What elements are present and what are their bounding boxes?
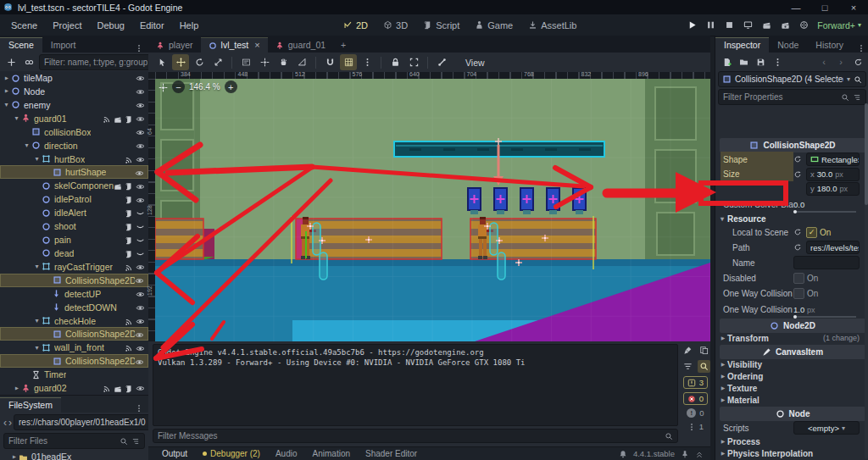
tree-row-guard01[interactable]: ▾guard01 <box>0 112 148 125</box>
inspector-row-visibility[interactable]: ▾Visibility <box>717 358 863 370</box>
expand-arrow[interactable]: ▾ <box>22 141 31 149</box>
visibility-toggle[interactable] <box>136 315 145 326</box>
tree-row-detectDOWN[interactable]: detectDOWN <box>0 301 148 314</box>
tree-row-CollisionShape2D[interactable]: CollisionShape2D <box>0 274 148 287</box>
signal-badge[interactable] <box>125 153 133 163</box>
visibility-toggle[interactable] <box>136 86 145 97</box>
menu-scene[interactable]: Scene <box>3 20 45 30</box>
inspector-row-transform[interactable]: ▾Transform(1 change) <box>717 332 863 344</box>
visibility-toggle[interactable] <box>136 288 145 299</box>
inspector-row-disabled[interactable]: DisabledOn <box>717 270 863 285</box>
tree-row-tileMap[interactable]: ▾tileMap <box>0 71 148 85</box>
inspector-row-vec[interactable]: y180.0px <box>717 181 863 196</box>
text-field[interactable]: res://levels/test/lvl_tes <box>806 241 860 254</box>
minimize-button[interactable]: — <box>782 0 810 14</box>
tree-row-checkHole[interactable]: ▾checkHole <box>0 314 148 328</box>
revert-button[interactable] <box>793 154 804 164</box>
tree-row-direction[interactable]: ▾direction <box>0 139 148 152</box>
inspector-row-custom-solver-bias[interactable]: Custom Solver Bias0.0 <box>717 196 863 213</box>
tree-row-rayCastTrigger[interactable]: ▾rayCastTrigger <box>0 260 148 274</box>
visibility-toggle[interactable] <box>136 126 145 137</box>
inspector-row-one-way-collision-marg[interactable]: One Way Collision Marg1.0 px <box>717 301 863 318</box>
inspector-row-texture[interactable]: ▾Texture <box>717 382 863 394</box>
menu-help[interactable]: Help <box>172 20 207 30</box>
pin-bottom-panel-button[interactable] <box>681 449 689 458</box>
tab-node[interactable]: Node <box>769 38 807 53</box>
tree-row-Timer[interactable]: Timer <box>0 368 148 381</box>
visibility-toggle[interactable] <box>135 167 144 178</box>
copy-output-button[interactable] <box>698 344 710 357</box>
tree-row-pain[interactable]: pain <box>0 233 148 247</box>
close-button[interactable]: × <box>839 0 868 14</box>
visibility-toggle[interactable] <box>136 342 145 353</box>
add-node-button[interactable] <box>3 54 19 69</box>
signal-badge[interactable] <box>103 383 111 393</box>
shape-resource-dropdown[interactable]: RectangleShap▾ <box>806 152 860 166</box>
expand-arrow[interactable]: ▾ <box>32 317 42 324</box>
visibility-toggle[interactable] <box>136 73 145 84</box>
tab-inspector[interactable]: Inspector <box>715 37 769 53</box>
script-badge[interactable] <box>125 248 133 258</box>
visibility-toggle-off[interactable] <box>136 248 145 259</box>
folder-expand-arrow[interactable]: ▾ <box>10 455 18 458</box>
checkbox[interactable]: ✓ <box>806 227 817 238</box>
warning-count-badge[interactable]: 3 <box>683 376 708 389</box>
tree-row-CollisionShape2D[interactable]: CollisionShape2D <box>0 327 148 341</box>
script-badge[interactable] <box>125 114 133 124</box>
tree-row-hurtBox[interactable]: ▾hurtBox <box>0 152 148 166</box>
inspector-row-physics-interpolation[interactable]: ▾Physics Interpolation <box>717 447 863 459</box>
scene-dock-menu-button[interactable] <box>130 42 148 53</box>
signal-badge[interactable] <box>125 262 133 272</box>
expand-arrow[interactable]: ▾ <box>3 86 10 96</box>
history-back-button[interactable]: ‹ <box>816 54 832 69</box>
tree-row-skelComponent[interactable]: skelComponent <box>0 179 148 192</box>
statusbar-item-audio[interactable]: Audio <box>269 449 304 458</box>
visibility-toggle[interactable] <box>136 383 145 394</box>
slider-field[interactable]: 1.0 px <box>793 305 860 314</box>
vector-field[interactable]: y180.0px <box>806 182 860 196</box>
tree-row-dead[interactable]: dead <box>0 247 148 260</box>
tree-row-detectUP[interactable]: detectUP <box>0 287 148 301</box>
maximize-button[interactable]: □ <box>810 0 839 14</box>
list-select-tool[interactable] <box>237 54 254 70</box>
script-badge[interactable] <box>125 383 133 393</box>
pivot-tool[interactable] <box>256 54 273 70</box>
inspector-row-name[interactable]: Name <box>717 255 863 270</box>
statusbar-item-shader-editor[interactable]: Shader Editor <box>359 449 424 458</box>
history-forward-button[interactable]: › <box>833 54 849 69</box>
info-count-badge[interactable]: !0 <box>687 408 704 418</box>
workspace-2d[interactable]: 2D <box>337 16 374 34</box>
script-badge[interactable] <box>125 221 133 231</box>
checkbox[interactable] <box>793 288 804 299</box>
move-tool[interactable] <box>172 54 189 70</box>
inspector-row-material[interactable]: ▾Material <box>717 394 863 406</box>
inspector-row-shape[interactable]: ShapeRectangleShap▾ <box>717 152 863 167</box>
filesystem-filter-input[interactable]: Filter Files <box>3 433 145 449</box>
filesystem-menu-button[interactable] <box>130 402 148 413</box>
revert-button[interactable] <box>793 242 804 252</box>
vector-field[interactable]: x30.0px <box>806 168 860 181</box>
movie-badge[interactable] <box>114 180 122 191</box>
group-button[interactable] <box>405 54 422 70</box>
checkbox[interactable] <box>793 273 804 284</box>
menu-editor[interactable]: Editor <box>132 20 172 30</box>
visibility-toggle[interactable] <box>136 194 145 205</box>
inspector-row-resource[interactable]: ▾Resource <box>717 213 863 224</box>
nav-back-button[interactable]: ‹ <box>3 416 7 430</box>
script-badge[interactable] <box>125 235 133 245</box>
visibility-toggle[interactable] <box>136 140 145 151</box>
slider-field[interactable]: 0.0 <box>793 200 860 209</box>
signal-badge[interactable] <box>125 342 133 352</box>
filesystem-folder-row[interactable]: ▾ 01headEx <box>0 450 148 460</box>
inspector-scrollbar-thumb[interactable] <box>865 103 868 205</box>
visibility-toggle[interactable] <box>136 153 145 164</box>
expand-arrow[interactable]: ▾ <box>3 74 10 83</box>
tree-row-shoot[interactable]: shoot <box>0 219 148 233</box>
menu-project[interactable]: Project <box>45 20 89 30</box>
tab-history[interactable]: History <box>807 38 852 53</box>
signal-badge[interactable] <box>125 316 133 326</box>
zoom-in-button[interactable]: + <box>225 80 237 93</box>
message-count-badge[interactable]: 1 <box>687 421 704 430</box>
search-output-button[interactable] <box>698 360 710 373</box>
view-menu-button[interactable]: View <box>457 56 493 69</box>
